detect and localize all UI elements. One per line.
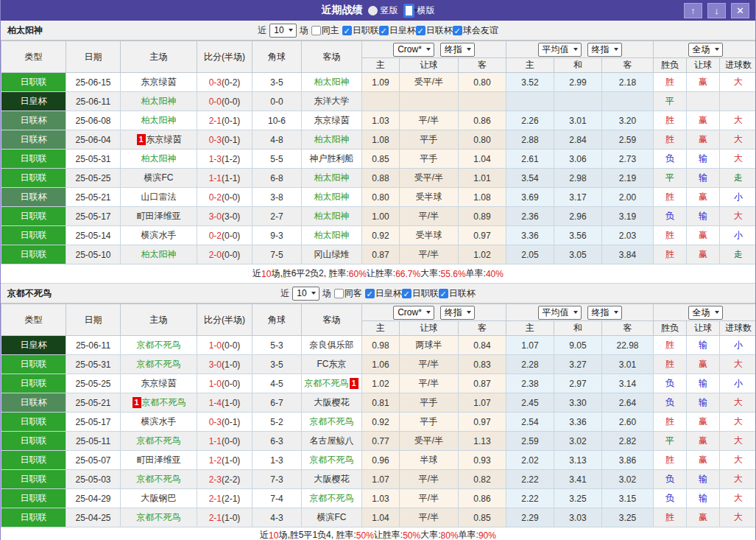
subcol-result: 胜负 xyxy=(654,321,687,336)
score-cell: 3-0(3-0) xyxy=(197,207,252,226)
move-up-button[interactable]: ↑ xyxy=(684,3,702,18)
result-text: 大 xyxy=(734,435,743,446)
euro-draw-odds: 3.56 xyxy=(554,226,602,245)
handicap-result-cell: 输 xyxy=(687,374,720,393)
summary-segment: 让胜率: xyxy=(374,529,403,540)
handicap-line: 平/半 xyxy=(400,245,459,264)
checkbox-checked-icon[interactable]: ✓ xyxy=(416,26,425,35)
away-team-name: FC东京 xyxy=(317,359,347,369)
odds-source-select[interactable]: Crow* xyxy=(393,43,434,57)
result-text: 赢 xyxy=(699,359,707,369)
euro-home-odds: 3.69 xyxy=(506,188,554,207)
result-text: 胜 xyxy=(665,192,674,202)
league-filter[interactable]: ✓日职联 xyxy=(402,287,439,300)
date-cell: 25-05-25 xyxy=(66,374,121,393)
avg-time-select[interactable]: 终指 xyxy=(587,43,622,57)
euro-home-odds: 2.88 xyxy=(506,130,554,150)
handicap-result-cell: 赢 xyxy=(687,73,720,92)
checkbox-checked-icon[interactable]: ✓ xyxy=(402,289,411,298)
corner-cell: 5-5 xyxy=(252,150,302,169)
result-text: 输 xyxy=(699,493,707,503)
checkbox-unchecked-icon[interactable] xyxy=(334,289,344,298)
away-team-name: 京都不死鸟 xyxy=(310,493,354,503)
league-filter[interactable]: ✓日皇杯 xyxy=(379,24,416,37)
euro-draw-odds xyxy=(554,92,602,111)
euro-away-odds: 3.01 xyxy=(602,355,654,374)
score-cell: 1-3(1-2) xyxy=(197,150,252,169)
league-filter[interactable]: ✓球会友谊 xyxy=(453,24,498,37)
result-text: 赢 xyxy=(699,77,707,87)
handicap-line xyxy=(400,92,459,111)
subcol-euro-away: 客 xyxy=(602,321,654,336)
result-cell: 平 xyxy=(654,92,687,111)
column-header-corner: 角球 xyxy=(252,41,302,73)
checkbox-checked-icon[interactable]: ✓ xyxy=(365,289,375,298)
handicap-line: 平/半 xyxy=(400,489,459,508)
summary-segment: 50% xyxy=(403,530,420,540)
result-text: 胜 xyxy=(665,230,674,240)
match-count-select[interactable]: 10 xyxy=(292,287,319,301)
euro-home-odds: 2.02 xyxy=(506,451,554,470)
away-team-cell: 奈良俱乐部 xyxy=(302,336,362,355)
match-count-select[interactable]: 10 xyxy=(269,24,296,38)
near-label: 近 xyxy=(258,24,266,37)
handicap-result-cell: 赢 xyxy=(687,130,720,150)
radio-unselected-icon[interactable] xyxy=(368,6,378,15)
checkbox-checked-icon[interactable]: ✓ xyxy=(342,26,352,35)
subcol-handicap-away: 客 xyxy=(459,321,506,336)
home-team-name: 横滨水手 xyxy=(141,230,177,240)
handicap-line: 平/半 xyxy=(400,470,459,489)
away-team-cell: 柏太阳神 xyxy=(302,73,362,92)
league-filter[interactable]: ✓日皇杯 xyxy=(365,287,402,300)
result-text: 赢 xyxy=(699,115,707,125)
avg-source-select[interactable]: 平均值 xyxy=(538,43,582,57)
handicap-line: 受平/半 xyxy=(400,169,459,188)
avg-source-select[interactable]: 平均值 xyxy=(538,306,582,320)
result-text: 小 xyxy=(734,192,743,202)
match-row: 日职联25-05-07町田泽维亚1-2(1-0)1-3京都不死鸟0.96半球0.… xyxy=(1,451,756,470)
matches-table: 类型 日期 主场 比分(半场) 角球 客场 Crow* 终指 xyxy=(1,41,756,264)
radio-selected-icon[interactable] xyxy=(403,4,414,18)
euro-draw-odds: 3.13 xyxy=(554,451,602,470)
handicap-result-cell xyxy=(687,92,720,111)
result-cell: 胜 xyxy=(654,508,687,527)
red-card-badge: 1 xyxy=(137,134,146,145)
date-cell: 25-05-21 xyxy=(66,188,121,207)
league-filter[interactable]: ✓日联杯 xyxy=(416,24,453,37)
league-cell: 日职联 xyxy=(1,355,66,374)
handicap-away-odds: 1.02 xyxy=(459,245,506,264)
same-venue-filter[interactable]: 同客 xyxy=(334,287,362,300)
league-filter[interactable]: ✓日职联 xyxy=(342,24,379,37)
checkbox-checked-icon[interactable]: ✓ xyxy=(453,26,462,35)
fulltime-score: 1-2 xyxy=(209,455,222,466)
move-down-button[interactable]: ↓ xyxy=(707,3,726,18)
league-filter-label: 日皇杯 xyxy=(389,24,416,37)
scope-select[interactable]: 全场 xyxy=(688,306,723,320)
same-venue-filter[interactable]: 同主 xyxy=(311,24,339,37)
euro-draw-odds: 3.41 xyxy=(554,470,602,489)
checkbox-checked-icon[interactable]: ✓ xyxy=(439,289,448,298)
layout-radio-vertical[interactable]: 竖版 xyxy=(368,4,398,17)
layout-radio-horizontal[interactable]: 横版 xyxy=(403,4,435,18)
home-team-name: 柏太阳神 xyxy=(141,153,177,164)
date-cell: 25-05-10 xyxy=(66,245,121,264)
checkbox-unchecked-icon[interactable] xyxy=(311,26,321,35)
odds-time-select[interactable]: 终指 xyxy=(440,306,475,320)
fulltime-score: 2-1 xyxy=(209,494,222,504)
subcol-handicap-home: 主 xyxy=(362,321,400,336)
away-team-name: 京都不死鸟 xyxy=(305,378,349,388)
checkbox-checked-icon[interactable]: ✓ xyxy=(379,26,389,35)
column-header-home: 主场 xyxy=(121,41,197,73)
home-team-cell: 京都不死鸟 xyxy=(121,336,197,355)
avg-time-select[interactable]: 终指 xyxy=(587,306,622,320)
home-team-name: 町田泽维亚 xyxy=(137,455,181,465)
home-team-name: 京都不死鸟 xyxy=(137,435,181,446)
corner-cell: 1-3 xyxy=(252,451,302,470)
odds-time-select[interactable]: 终指 xyxy=(440,43,475,57)
close-button[interactable]: ✕ xyxy=(731,3,749,18)
handicap-away-odds: 0.83 xyxy=(459,355,506,374)
match-row: 日皇杯25-06-11京都不死鸟1-0(0-0)5-3奈良俱乐部0.98两球半0… xyxy=(1,336,756,355)
odds-source-select[interactable]: Crow* xyxy=(393,306,434,320)
scope-select[interactable]: 全场 xyxy=(688,43,723,57)
league-filter[interactable]: ✓日联杯 xyxy=(439,287,476,300)
